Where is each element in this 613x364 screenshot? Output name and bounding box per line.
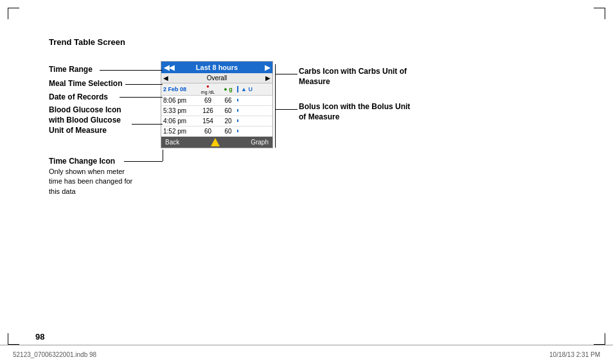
section-title: Trend Table Screen	[49, 37, 125, 47]
col-bg-header: ● mg /dL	[197, 83, 219, 95]
cell-carbs: 66	[219, 96, 237, 105]
warning-icon	[211, 138, 220, 146]
corner-mark-br	[594, 333, 605, 345]
cell-bolus	[237, 130, 255, 132]
cell-carbs: 20	[219, 116, 237, 126]
right-vert-bar	[275, 64, 276, 148]
header-arrow-left: ◀◀	[164, 64, 174, 72]
cell-bg: 126	[197, 106, 219, 116]
blood-glucose-line	[132, 124, 163, 125]
table-row: 1:52 pm 60 60	[161, 126, 272, 137]
cell-time: 1:52 pm	[161, 126, 197, 136]
table-row: 4:06 pm 154 20	[161, 116, 272, 126]
footer-graph-label: Graph	[251, 139, 269, 146]
col-bolus-header: ▲ U	[237, 86, 255, 92]
screen-col-headers: 2 Feb 08 ● mg /dL ● g ▲ U	[161, 83, 272, 96]
cell-bolus	[237, 99, 255, 101]
col-carbs-header: ● g	[219, 86, 237, 92]
bolus-label: Bolus Icon with the Bolus Unitof Measure	[299, 101, 410, 122]
table-row: 8:06 pm 69 66	[161, 96, 272, 106]
footer-back-label: Back	[165, 139, 179, 146]
cell-time: 5:33 pm	[161, 106, 197, 116]
subheader-arrow-right: ▶	[265, 74, 271, 82]
blood-glucose-label: Blood Glucose Iconwith Blood GlucoseUnit…	[49, 105, 121, 136]
time-change-vert-line	[163, 150, 163, 161]
screen-subheader: ◀ Overall ▶	[161, 73, 272, 83]
cell-bg: 154	[197, 116, 219, 126]
footer-right-text: 10/18/13 2:31 PM	[549, 351, 600, 358]
time-change-label: Time Change Icon	[49, 156, 115, 166]
cell-bg: 69	[197, 96, 219, 105]
time-range-label: Time Range	[49, 64, 93, 74]
screen-footer-bar: Back Graph	[161, 137, 272, 148]
corner-mark-tl	[8, 8, 19, 19]
time-change-sub-label: Only shown when metertime has been chang…	[49, 167, 132, 196]
bg-unit-label: mg /dL	[201, 90, 215, 94]
date-of-records-line	[120, 97, 163, 98]
bolus-unit-label: U	[248, 86, 253, 92]
carbs-unit-label: g	[229, 86, 233, 92]
device-screen: ◀◀ Last 8 hours ▶ ◀ Overall ▶ 2 Feb 08 ●…	[161, 61, 273, 148]
blood-glucose-icon: ●	[206, 84, 209, 90]
footer: 52123_07006322001.indb 98 10/18/13 2:31 …	[0, 345, 613, 364]
meal-time-line	[125, 84, 163, 85]
carbs-label: Carbs Icon with Carbs Unit ofMeasure	[299, 66, 407, 87]
col-date-header: 2 Feb 08	[161, 85, 197, 93]
cell-time: 8:06 pm	[161, 96, 197, 105]
carbs-icon: ●	[224, 86, 227, 92]
footer-left-text: 52123_07006322001.indb 98	[13, 351, 96, 358]
cell-carbs: 60	[219, 126, 237, 136]
cell-bolus	[237, 119, 255, 122]
header-arrow-right: ▶	[265, 64, 270, 72]
time-change-line	[124, 161, 163, 162]
cell-bg: 60	[197, 126, 219, 136]
page-number: 98	[35, 332, 44, 342]
cell-time: 4:06 pm	[161, 116, 197, 126]
bolus-icon: ▲	[241, 86, 247, 92]
subheader-title: Overall	[207, 74, 227, 82]
carbs-horiz-line	[275, 74, 298, 74]
time-range-line	[100, 70, 163, 71]
screen-header: ◀◀ Last 8 hours ▶	[161, 62, 272, 73]
corner-mark-bl	[8, 333, 19, 345]
date-of-records-label: Date of Records	[49, 92, 108, 102]
cell-carbs: 60	[219, 106, 237, 116]
subheader-arrow-left: ◀	[163, 74, 168, 82]
corner-mark-tr	[594, 8, 605, 19]
bolus-horiz-line	[275, 109, 298, 110]
meal-time-label: Meal Time Selection	[49, 78, 123, 89]
header-title: Last 8 hours	[196, 64, 238, 71]
cell-bolus	[237, 109, 255, 112]
table-row: 5:33 pm 126 60	[161, 106, 272, 116]
